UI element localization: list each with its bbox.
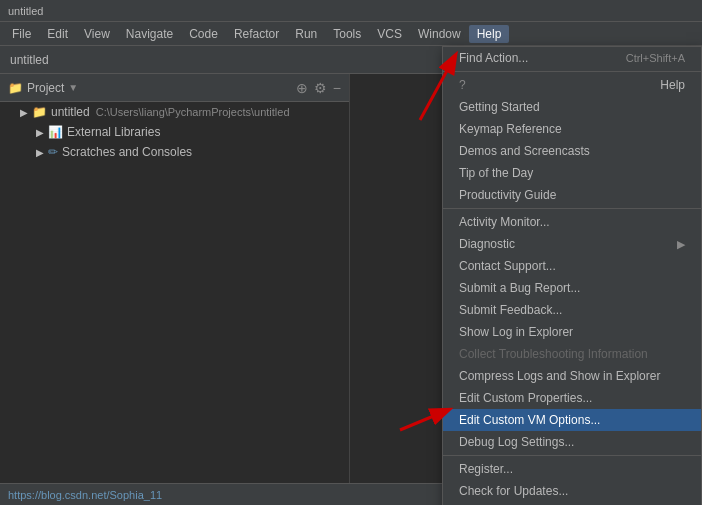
lib-icon: 📊 <box>48 125 63 139</box>
menu-tools[interactable]: Tools <box>325 25 369 43</box>
tree-item-external-libraries[interactable]: ▶ 📊 External Libraries <box>0 122 349 142</box>
chevron-down-icon[interactable]: ▼ <box>68 82 78 93</box>
settings-icon[interactable]: ⚙ <box>314 80 327 96</box>
panel-icons: ⊕ ⚙ − <box>296 80 341 96</box>
tree-item-scratches-label: Scratches and Consoles <box>62 145 192 159</box>
menu-edit-custom-properties[interactable]: Edit Custom Properties... <box>443 387 701 409</box>
menu-edit-custom-vm[interactable]: Edit Custom VM Options... <box>443 409 701 431</box>
tree-item-scratches[interactable]: ▶ ✏ Scratches and Consoles <box>0 142 349 162</box>
title-bar-text: untitled <box>8 5 43 17</box>
menu-productivity-guide[interactable]: Productivity Guide <box>443 184 701 206</box>
menu-check-updates[interactable]: Check for Updates... <box>443 480 701 502</box>
project-panel-header: 📁 Project ▼ ⊕ ⚙ − <box>0 74 349 102</box>
menu-bar: File Edit View Navigate Code Refactor Ru… <box>0 22 702 46</box>
tree-item-ext-label: External Libraries <box>67 125 160 139</box>
sidebar: 📁 Project ▼ ⊕ ⚙ − ▶ 📁 untitled C:\Users\… <box>0 74 350 505</box>
menu-demos-screencasts[interactable]: Demos and Screencasts <box>443 140 701 162</box>
menu-window[interactable]: Window <box>410 25 469 43</box>
menu-tip-of-day[interactable]: Tip of the Day <box>443 162 701 184</box>
menu-edit[interactable]: Edit <box>39 25 76 43</box>
menu-debug-log-settings[interactable]: Debug Log Settings... <box>443 431 701 453</box>
status-url: https://blog.csdn.net/Sophia_11 <box>8 489 162 501</box>
help-dropdown-menu: Find Action... Ctrl+Shift+A ? Help Getti… <box>442 46 702 505</box>
menu-submit-bug[interactable]: Submit a Bug Report... <box>443 277 701 299</box>
menu-compress-logs[interactable]: Compress Logs and Show in Explorer <box>443 365 701 387</box>
menu-help-item[interactable]: ? Help <box>443 74 701 96</box>
menu-diagnostic[interactable]: Diagnostic ▶ <box>443 233 701 255</box>
menu-activity-monitor[interactable]: Activity Monitor... <box>443 211 701 233</box>
project-folder-icon: 📁 <box>32 105 47 119</box>
tree-arrow: ▶ <box>20 107 28 118</box>
submenu-arrow-icon: ▶ <box>677 238 685 251</box>
menu-keymap-reference[interactable]: Keymap Reference <box>443 118 701 140</box>
menu-getting-started[interactable]: Getting Started <box>443 96 701 118</box>
menu-help[interactable]: Help <box>469 25 510 43</box>
scratches-icon: ✏ <box>48 145 58 159</box>
tree-item-path: C:\Users\liang\PycharmProjects\untitled <box>96 106 290 118</box>
menu-show-log[interactable]: Show Log in Explorer <box>443 321 701 343</box>
separator-1 <box>443 71 701 72</box>
app-title: untitled <box>10 53 49 67</box>
menu-contact-support[interactable]: Contact Support... <box>443 255 701 277</box>
project-label: 📁 Project ▼ <box>8 81 78 95</box>
tree-arrow-scratches: ▶ <box>36 147 44 158</box>
menu-file[interactable]: File <box>4 25 39 43</box>
add-icon[interactable]: ⊕ <box>296 80 308 96</box>
tree-item-label: untitled <box>51 105 90 119</box>
menu-code[interactable]: Code <box>181 25 226 43</box>
menu-refactor[interactable]: Refactor <box>226 25 287 43</box>
menu-navigate[interactable]: Navigate <box>118 25 181 43</box>
menu-register[interactable]: Register... <box>443 458 701 480</box>
menu-find-action[interactable]: Find Action... Ctrl+Shift+A <box>443 47 701 69</box>
tree-arrow-ext: ▶ <box>36 127 44 138</box>
menu-run[interactable]: Run <box>287 25 325 43</box>
project-label-text: Project <box>27 81 64 95</box>
menu-submit-feedback[interactable]: Submit Feedback... <box>443 299 701 321</box>
minimize-icon[interactable]: − <box>333 80 341 96</box>
menu-view[interactable]: View <box>76 25 118 43</box>
menu-vcs[interactable]: VCS <box>369 25 410 43</box>
question-icon: ? <box>459 78 466 92</box>
menu-collect-troubleshooting: Collect Troubleshooting Information <box>443 343 701 365</box>
title-bar: untitled <box>0 0 702 22</box>
tree-item-untitled[interactable]: ▶ 📁 untitled C:\Users\liang\PycharmProje… <box>0 102 349 122</box>
separator-2 <box>443 208 701 209</box>
folder-icon: 📁 <box>8 81 23 95</box>
separator-3 <box>443 455 701 456</box>
